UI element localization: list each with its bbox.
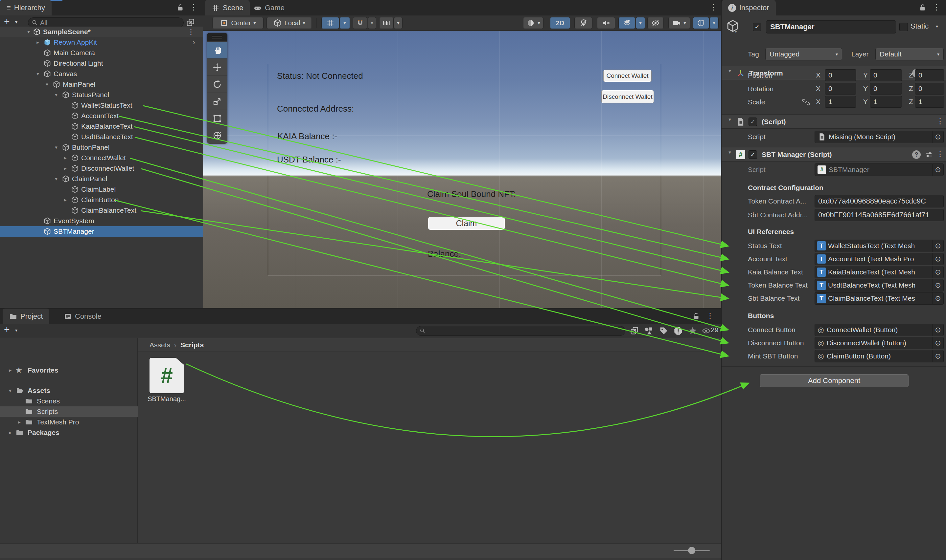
foldout-icon[interactable]: ▾: [52, 142, 60, 152]
create-button[interactable]: +: [4, 16, 10, 27]
tab-hierarchy[interactable]: ≡ Hierarchy: [0, 0, 52, 15]
connect-wallet-button[interactable]: Connect Wallet: [603, 69, 651, 82]
project-tree-favorites[interactable]: ▸ ★ Favorites: [0, 365, 138, 375]
object-picker-icon[interactable]: ⊙: [932, 350, 943, 362]
object-picker-icon[interactable]: ⊙: [932, 164, 943, 175]
hierarchy-row[interactable]: ClaimBalanceText: [0, 205, 203, 216]
hand-tool-button[interactable]: [207, 42, 227, 58]
hierarchy-row[interactable]: ▸ ConnectWallet: [0, 152, 203, 163]
grid-snap-caret[interactable]: ▾: [340, 17, 350, 29]
2d-mode-button[interactable]: 2D: [550, 17, 570, 29]
hierarchy-row[interactable]: WalletStatusText: [0, 100, 203, 111]
hierarchy-row[interactable]: ▾ StatusPanel: [0, 89, 203, 100]
kebab-menu-icon[interactable]: ⋮: [708, 3, 718, 12]
search-by-label-icon[interactable]: [659, 326, 668, 335]
help-icon[interactable]: ?: [912, 150, 921, 159]
kaia-balance-field[interactable]: T KaiaBalanceText (Text Mesh ⊙: [815, 266, 944, 278]
foldout-icon[interactable]: ▸: [62, 195, 69, 205]
create-caret-icon[interactable]: ▾: [15, 328, 17, 333]
scale-tool-button[interactable]: [207, 92, 227, 110]
transform-tool-button[interactable]: [207, 127, 227, 144]
prefab-chevron-icon[interactable]: ›: [193, 37, 195, 48]
rotation-x-field[interactable]: 0: [825, 83, 856, 95]
foldout-icon[interactable]: ▾: [25, 26, 32, 37]
lock-icon[interactable]: [176, 3, 185, 12]
snap-caret[interactable]: ▾: [368, 17, 376, 29]
kebab-menu-icon[interactable]: ⋮: [932, 3, 941, 12]
mint-sbt-button-field[interactable]: ◎ ClaimButton (Button) ⊙: [815, 350, 944, 362]
gizmos-caret[interactable]: ▾: [710, 17, 719, 29]
orientation-button[interactable]: Local ▾: [267, 17, 312, 29]
foldout-icon[interactable]: ▸: [34, 37, 42, 48]
foldout-icon[interactable]: ▾: [726, 149, 733, 155]
foldout-icon[interactable]: ▾: [6, 385, 14, 396]
camera-settings-button[interactable]: ▾: [668, 17, 690, 29]
search-by-type-icon[interactable]: [644, 326, 653, 335]
create-button[interactable]: +: [4, 324, 10, 335]
hidden-objects-button[interactable]: [647, 17, 664, 29]
rotation-z-field[interactable]: 0: [915, 83, 944, 95]
scene-audio-button[interactable]: [597, 17, 615, 29]
hierarchy-row[interactable]: EventSystem: [0, 216, 203, 226]
token-balance-field[interactable]: T UsdtBalanceText (Text Mesh ⊙: [815, 279, 944, 291]
hierarchy-row[interactable]: ▾ ClaimPanel: [0, 174, 203, 184]
sbt-contract-field[interactable]: 0x0bFF901145a0685E6d7661af71: [815, 209, 944, 221]
object-picker-icon[interactable]: ⊙: [932, 131, 943, 143]
scale-z-field[interactable]: 1: [915, 96, 944, 108]
pick-window-icon[interactable]: [630, 326, 639, 335]
foldout-icon[interactable]: ▸: [16, 417, 23, 428]
sbt-manager-header[interactable]: ▾ # ✓ SBT Manager (Script) ? ⋮: [722, 147, 946, 162]
foldout-icon[interactable]: ▸: [62, 152, 69, 163]
object-picker-icon[interactable]: ⊙: [932, 240, 943, 252]
kebab-menu-icon[interactable]: ⋮: [935, 117, 945, 126]
static-caret-icon[interactable]: ▾: [936, 24, 938, 29]
claim-button[interactable]: Claim: [428, 217, 505, 230]
create-caret-icon[interactable]: ▾: [15, 19, 17, 25]
disconnect-wallet-button[interactable]: Disconnect Wallet: [601, 90, 654, 103]
project-search-input[interactable]: [427, 327, 622, 335]
thumbnail-zoom-knob[interactable]: [688, 547, 695, 554]
pivot-mode-button[interactable]: Center ▾: [212, 17, 264, 29]
sbt-script-field[interactable]: # SBTManager ⊙: [815, 163, 944, 176]
foldout-icon[interactable]: ▸: [6, 365, 14, 375]
asset-item-script[interactable]: # SBTManag...: [143, 355, 196, 408]
kebab-menu-icon[interactable]: ⋮: [188, 3, 199, 12]
object-picker-icon[interactable]: ⊙: [932, 253, 943, 265]
pick-window-icon[interactable]: [186, 18, 195, 27]
scene-lighting-button[interactable]: [574, 17, 593, 29]
object-picker-icon[interactable]: ⊙: [932, 337, 943, 349]
project-search[interactable]: [416, 326, 625, 336]
breadcrumb-assets[interactable]: Assets: [150, 341, 170, 349]
account-text-field[interactable]: T AccountText (Text Mesh Pro ⊙: [815, 253, 944, 265]
hierarchy-row[interactable]: KaiaBalanceText: [0, 121, 203, 132]
object-picker-icon[interactable]: ⊙: [932, 266, 943, 278]
kebab-menu-icon[interactable]: ⋮: [935, 149, 945, 158]
kebab-menu-icon[interactable]: ⋮: [705, 311, 715, 320]
missing-script-field[interactable]: Missing (Mono Script) ⊙: [815, 131, 944, 143]
search-importlog-icon[interactable]: [674, 326, 683, 335]
component-checkbox[interactable]: ✓: [748, 150, 757, 159]
foldout-icon[interactable]: ▸: [62, 163, 69, 174]
foldout-icon[interactable]: ▾: [43, 79, 51, 89]
hierarchy-row[interactable]: ▾ ButtonPanel: [0, 142, 203, 152]
tab-game[interactable]: Game: [247, 0, 291, 15]
effects-caret[interactable]: ▾: [636, 17, 645, 29]
project-tree-assets[interactable]: ▾ Assets: [0, 385, 138, 396]
foldout-icon[interactable]: ▸: [6, 428, 14, 438]
object-picker-icon[interactable]: ⊙: [932, 324, 943, 336]
component-checkbox[interactable]: ✓: [748, 117, 757, 126]
tag-dropdown[interactable]: Untagged ▾: [765, 48, 842, 60]
hierarchy-row[interactable]: Directional Light: [0, 58, 203, 69]
foldout-icon[interactable]: ▾: [726, 117, 733, 122]
project-tree-packages[interactable]: ▸ Packages: [0, 428, 138, 438]
status-text-field[interactable]: T WalletStatusText (Text Mesh ⊙: [815, 240, 944, 252]
hierarchy-row[interactable]: ▸ DisconnectWallet: [0, 163, 203, 174]
position-y-field[interactable]: 0: [870, 69, 902, 81]
hierarchy-row[interactable]: ▾ MainPanel: [0, 79, 203, 89]
project-tree-scenes[interactable]: Scenes: [0, 396, 138, 406]
snap-toggle-button[interactable]: [353, 17, 367, 29]
tools-drag-handle[interactable]: [207, 33, 227, 42]
disconnect-button-field[interactable]: ◎ DisconnectWallet (Button) ⊙: [815, 337, 944, 349]
position-z-field[interactable]: 0: [915, 69, 944, 81]
gameobject-name-field[interactable]: SBTManager: [766, 20, 896, 34]
